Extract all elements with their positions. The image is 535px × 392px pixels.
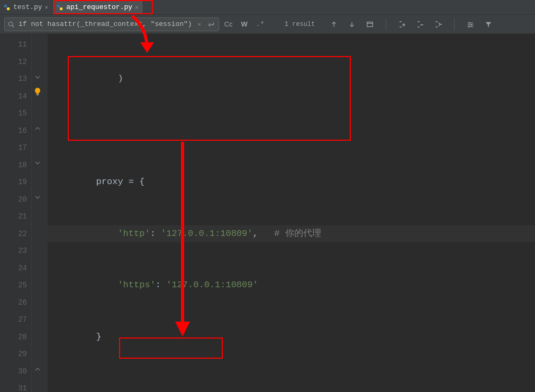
tab-api-requestor-py[interactable]: api_requestor.py ✕ (53, 0, 143, 14)
code-line: ) (48, 70, 535, 88)
line-number: 24 (0, 260, 27, 277)
separator (386, 19, 386, 30)
find-options: Cc W .* (224, 20, 265, 29)
line-number: 16 (0, 122, 27, 140)
line-number: 13 (0, 70, 27, 88)
python-file-icon (3, 4, 11, 11)
line-number: 17 (0, 139, 27, 157)
tab-test-py[interactable]: test.py ✕ (0, 0, 53, 14)
add-selection-icon[interactable] (398, 20, 406, 29)
fold-icon[interactable] (34, 74, 41, 81)
find-result-count: 1 result (285, 21, 315, 28)
select-all-icon[interactable] (434, 20, 442, 29)
line-number: 31 (0, 380, 27, 392)
code-editor[interactable]: 1112131415161718192021222324252627282930… (0, 34, 535, 392)
filter-icon[interactable] (484, 20, 493, 29)
tab-label: test.py (13, 3, 42, 11)
line-number: 25 (0, 277, 27, 294)
fold-icon[interactable] (34, 159, 41, 167)
svg-point-4 (9, 22, 13, 26)
find-input[interactable]: if not hasattr(_thread_context, "session… (4, 17, 219, 31)
intention-bulb-icon[interactable] (33, 87, 42, 96)
words-toggle[interactable]: W (240, 20, 249, 29)
code-line: } (48, 329, 535, 346)
settings-icon[interactable] (466, 20, 475, 29)
fold-icon[interactable] (34, 194, 41, 201)
line-number: 30 (0, 363, 27, 380)
python-file-icon (56, 4, 64, 11)
separator (454, 19, 455, 30)
svg-rect-6 (367, 22, 373, 26)
svg-rect-3 (60, 7, 62, 10)
new-line-icon[interactable] (207, 20, 215, 29)
line-number: 28 (0, 329, 27, 346)
line-number: 19 (0, 174, 27, 191)
gutter-marks (32, 34, 48, 392)
code-line (48, 122, 535, 140)
line-number: 21 (0, 208, 27, 225)
svg-rect-0 (4, 4, 7, 7)
close-icon[interactable]: ✕ (135, 4, 139, 11)
find-bar: if not hasattr(_thread_context, "session… (0, 15, 535, 34)
find-actions (330, 19, 493, 30)
find-query-text: if not hasattr(_thread_context, "session… (19, 20, 192, 28)
line-number: 29 (0, 345, 27, 363)
svg-rect-1 (7, 7, 10, 10)
search-history-icon[interactable] (7, 20, 15, 29)
remove-selection-icon[interactable] (416, 20, 424, 29)
code-line (48, 380, 535, 392)
editor-tabs: test.py ✕ api_requestor.py ✕ (0, 0, 535, 15)
open-in-window-icon[interactable] (366, 20, 374, 29)
line-number: 12 (0, 53, 27, 71)
prev-match-icon[interactable] (330, 20, 338, 29)
svg-rect-8 (37, 94, 39, 95)
line-number: 18 (0, 157, 27, 174)
code-line: 'https': '127.0.0.1:10809' (48, 277, 535, 294)
tab-label: api_requestor.py (66, 3, 132, 11)
code-line: proxy = { (48, 174, 535, 191)
line-number: 14 (0, 88, 27, 105)
svg-rect-2 (57, 4, 60, 7)
line-number: 22 (0, 225, 27, 243)
line-number: 11 (0, 36, 27, 53)
clear-search-icon[interactable]: ✕ (195, 20, 204, 29)
line-number: 15 (0, 105, 27, 122)
match-case-toggle[interactable]: Cc (224, 20, 233, 29)
gutter-line-numbers: 1112131415161718192021222324252627282930… (0, 34, 32, 392)
close-icon[interactable]: ✕ (45, 4, 49, 11)
fold-end-icon[interactable] (34, 366, 41, 373)
line-number: 26 (0, 294, 27, 312)
next-match-icon[interactable] (348, 20, 356, 29)
fold-end-icon[interactable] (34, 125, 41, 132)
code-area[interactable]: ) proxy = { 'http': '127.0.0.1:10809', #… (48, 34, 535, 392)
line-number: 20 (0, 191, 27, 208)
line-number: 27 (0, 311, 27, 329)
regex-toggle[interactable]: .* (256, 20, 265, 29)
line-number: 23 (0, 242, 27, 260)
svg-line-5 (12, 25, 14, 27)
code-line-current: 'http': '127.0.0.1:10809', # 你的代理 (48, 225, 535, 243)
